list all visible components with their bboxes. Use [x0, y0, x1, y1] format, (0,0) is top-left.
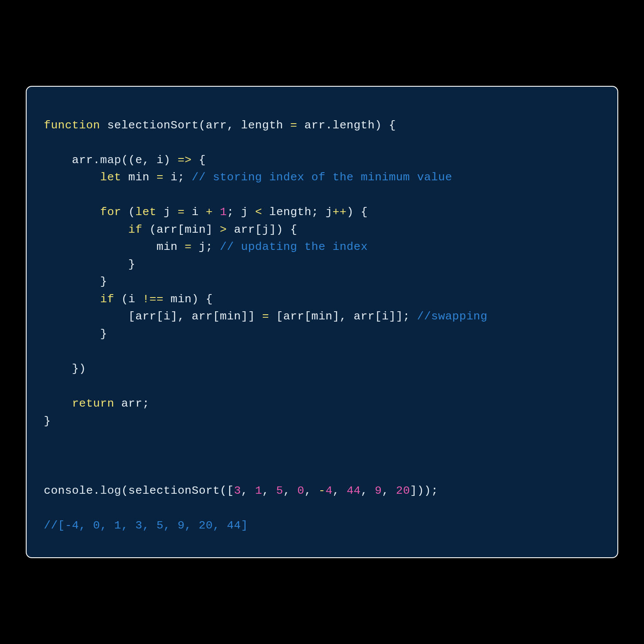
- code-token-keyword: =: [262, 310, 269, 323]
- code-token-default: ]));: [410, 484, 438, 497]
- code-token-default: arr.length) {: [298, 119, 396, 132]
- code-token-keyword: ++: [333, 206, 347, 219]
- code-token-default: ,: [333, 484, 347, 497]
- code-token-keyword: function: [44, 119, 107, 132]
- code-token-default: ) {: [346, 206, 368, 219]
- code-token-keyword: return: [72, 397, 114, 410]
- code-line: //[-4, 0, 1, 3, 5, 9, 20, 44]: [44, 519, 248, 532]
- code-token-keyword: !==: [143, 293, 164, 306]
- page-stage: function selectionSort(arr, length = arr…: [0, 0, 644, 644]
- code-token-keyword: let: [100, 171, 121, 184]
- code-line: }: [44, 275, 107, 288]
- code-line: if (arr[min] > arr[j]) {: [44, 223, 298, 236]
- code-token-default: [arr[min], arr[i]];: [269, 310, 417, 323]
- code-line: for (let j = i + 1; j < length; j++) {: [44, 206, 368, 219]
- code-token-keyword: =: [290, 119, 297, 132]
- code-token-default: {: [192, 154, 206, 167]
- code-token-default: arr[j]) {: [227, 223, 298, 236]
- code-token-number: 0: [298, 484, 304, 497]
- code-listing: function selectionSort(arr, length = arr…: [44, 117, 600, 535]
- code-token-keyword: =: [156, 171, 163, 184]
- code-token-default: (i: [114, 293, 143, 306]
- code-token-default: ,: [361, 484, 375, 497]
- code-token-ident: map: [100, 154, 121, 167]
- code-token-default: ,: [241, 484, 255, 497]
- code-token-default: }: [44, 415, 51, 428]
- code-token-default: ,: [382, 484, 396, 497]
- code-token-keyword: =>: [178, 154, 192, 167]
- code-token-default: console.: [44, 484, 100, 497]
- code-token-default: [arr[i], arr[min]]: [44, 310, 262, 323]
- code-token-keyword: -: [319, 484, 325, 497]
- code-line: min = j; // updating the index: [44, 240, 368, 253]
- code-token-default: ((e, i): [121, 154, 177, 167]
- code-line: return arr;: [44, 397, 149, 410]
- code-token-default: ; j: [227, 206, 255, 219]
- code-token-number: 44: [346, 484, 361, 497]
- code-token-comment: //swapping: [417, 310, 487, 323]
- code-token-comment: //[-4, 0, 1, 3, 5, 9, 20, 44]: [44, 519, 248, 532]
- code-token-keyword: =: [185, 240, 191, 253]
- code-line: }: [44, 258, 135, 271]
- code-token-default: arr.: [44, 154, 100, 167]
- code-line: arr.map((e, i) => {: [44, 154, 206, 167]
- code-token-number: 3: [234, 484, 241, 497]
- code-token-default: j;: [191, 240, 220, 253]
- code-line: console.log(selectionSort([3, 1, 5, 0, -…: [44, 484, 438, 497]
- code-token-keyword: if: [100, 293, 114, 306]
- code-token-default: arr;: [114, 397, 149, 410]
- code-token-default: }: [44, 328, 107, 340]
- code-token-default: }: [44, 258, 135, 271]
- code-token-keyword: if: [128, 223, 143, 236]
- code-token-keyword: let: [135, 206, 156, 219]
- code-token-default: length; j: [262, 206, 333, 219]
- code-token-number: 9: [375, 484, 382, 497]
- code-line: }: [44, 415, 51, 428]
- code-token-default: i: [185, 206, 206, 219]
- code-line: }): [44, 362, 86, 375]
- code-line: if (i !== min) {: [44, 293, 213, 306]
- code-token-default: [44, 223, 128, 236]
- code-token-default: [44, 171, 100, 184]
- code-token-keyword: <: [255, 206, 262, 219]
- code-token-default: }): [44, 362, 86, 375]
- code-token-default: [44, 293, 100, 306]
- code-line: function selectionSort(arr, length = arr…: [44, 119, 396, 132]
- code-token-default: min: [121, 171, 156, 184]
- code-token-number: 20: [396, 484, 410, 497]
- code-token-default: ,: [304, 484, 319, 497]
- code-token-keyword: >: [220, 223, 227, 236]
- code-token-keyword: for: [100, 206, 121, 219]
- code-token-default: [44, 397, 72, 410]
- code-token-default: selectionSort(arr, length: [107, 119, 290, 132]
- code-token-default: (: [121, 206, 135, 219]
- code-line: }: [44, 328, 107, 340]
- code-token-default: (selectionSort([: [121, 484, 234, 497]
- code-token-default: i;: [164, 171, 192, 184]
- code-token-number: 5: [276, 484, 283, 497]
- code-token-number: 1: [255, 484, 262, 497]
- code-block-card: function selectionSort(arr, length = arr…: [26, 86, 618, 559]
- code-token-default: [44, 206, 100, 219]
- code-token-comment: // storing index of the minimum value: [192, 171, 453, 184]
- code-token-keyword: +: [206, 206, 213, 219]
- code-token-default: j: [156, 206, 177, 219]
- code-token-default: (arr[min]: [143, 223, 220, 236]
- code-token-default: }: [44, 275, 107, 288]
- code-token-ident: log: [100, 484, 121, 497]
- code-line: let min = i; // storing index of the min…: [44, 171, 452, 184]
- code-token-default: ,: [283, 484, 298, 497]
- code-token-default: min: [44, 240, 185, 253]
- code-token-keyword: =: [178, 206, 185, 219]
- code-token-default: min) {: [164, 293, 213, 306]
- code-token-default: ,: [262, 484, 276, 497]
- code-line: [arr[i], arr[min]] = [arr[min], arr[i]];…: [44, 310, 487, 323]
- code-token-number: 4: [325, 484, 332, 497]
- code-token-default: [213, 206, 220, 219]
- code-token-number: 1: [220, 206, 227, 219]
- code-token-comment: // updating the index: [220, 240, 368, 253]
